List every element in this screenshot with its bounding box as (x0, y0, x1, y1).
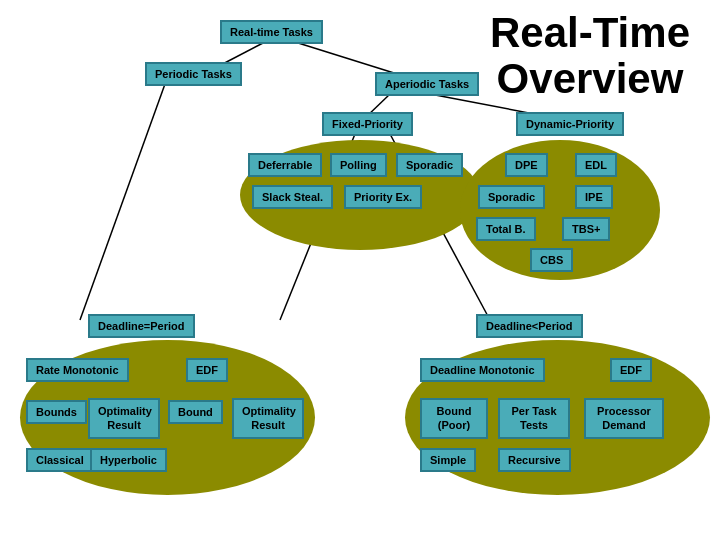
per-task-tests-node: Per Task Tests (498, 398, 570, 439)
dynamic-priority-node: Dynamic-Priority (516, 112, 624, 136)
deadline-eq-node: Deadline=Period (88, 314, 195, 338)
bounds-node: Bounds (26, 400, 87, 424)
deferrable-node: Deferrable (248, 153, 322, 177)
bound-poor-node: Bound (Poor) (420, 398, 488, 439)
realtime-tasks-node: Real-time Tasks (220, 20, 323, 44)
rate-monotonic-node: Rate Monotonic (26, 358, 129, 382)
dpe-node: DPE (505, 153, 548, 177)
processor-demand-node: Processor Demand (584, 398, 664, 439)
cbs-node: CBS (530, 248, 573, 272)
edl-node: EDL (575, 153, 617, 177)
priority-ex-node: Priority Ex. (344, 185, 422, 209)
page-title: Real-Time Overview (490, 10, 690, 102)
sporadic-top-node: Sporadic (396, 153, 463, 177)
svg-line-2 (80, 84, 165, 320)
edf-left-node: EDF (186, 358, 228, 382)
optimality-result-right-node: Optimality Result (232, 398, 304, 439)
optimality-result-left-node: Optimality Result (88, 398, 160, 439)
hyperbolic-node: Hyperbolic (90, 448, 167, 472)
recursive-node: Recursive (498, 448, 571, 472)
total-b-node: Total B. (476, 217, 536, 241)
periodic-tasks-node: Periodic Tasks (145, 62, 242, 86)
fixed-priority-node: Fixed-Priority (322, 112, 413, 136)
polling-node: Polling (330, 153, 387, 177)
deadline-lt-node: Deadline<Period (476, 314, 583, 338)
ipe-node: IPE (575, 185, 613, 209)
sporadic-bot-node: Sporadic (478, 185, 545, 209)
tbs-plus-node: TBS+ (562, 217, 610, 241)
edf-right-node: EDF (610, 358, 652, 382)
slack-steal-node: Slack Steal. (252, 185, 333, 209)
bound-node: Bound (168, 400, 223, 424)
deadline-monotonic-node: Deadline Monotonic (420, 358, 545, 382)
aperiodic-tasks-node: Aperiodic Tasks (375, 72, 479, 96)
simple-node: Simple (420, 448, 476, 472)
classical-node: Classical (26, 448, 94, 472)
